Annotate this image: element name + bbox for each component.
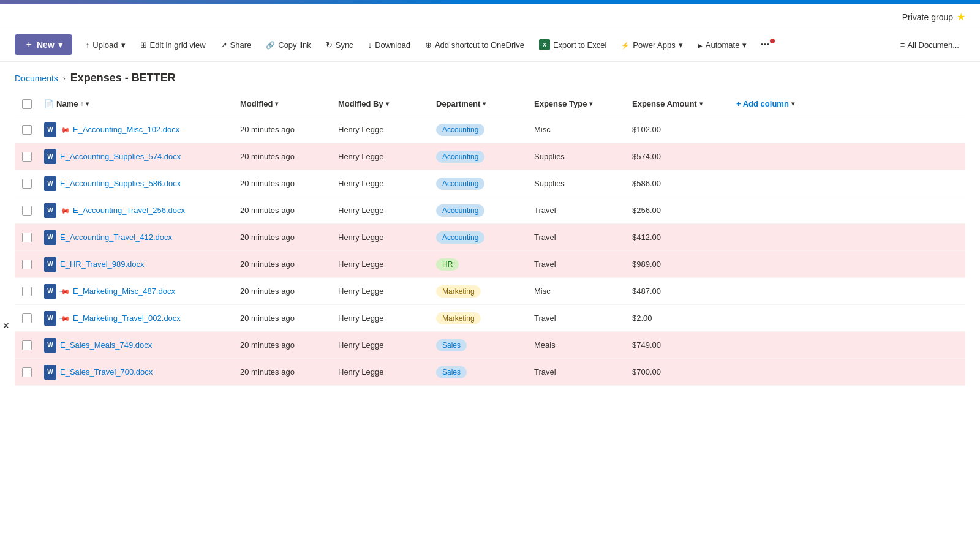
add-column-label[interactable]: + Add column [736, 99, 789, 108]
table-row[interactable]: 📌 E_Marketing_Travel_002.docx 20 minutes… [15, 305, 965, 332]
file-name-link[interactable]: E_Accounting_Travel_256.docx [73, 206, 185, 215]
expense-type-value: Travel [534, 233, 556, 242]
breadcrumb-parent[interactable]: Documents [15, 73, 58, 83]
share-button[interactable]: Share [214, 36, 258, 54]
table-row[interactable]: 📌 E_Accounting_Misc_102.docx 20 minutes … [15, 116, 965, 143]
select-all-checkbox[interactable] [22, 99, 32, 109]
modified-by-column-header[interactable]: Modified By ▾ [333, 97, 431, 111]
header-checkbox-cell [15, 99, 39, 109]
row-checkbox[interactable] [22, 206, 32, 216]
word-file-icon [44, 338, 56, 353]
word-file-icon [44, 230, 56, 245]
expense-type-cell: Supplies [529, 174, 627, 193]
share-icon [221, 40, 227, 50]
name-column-header[interactable]: 📄 Name ↑ ▾ [39, 97, 235, 111]
add-shortcut-button[interactable]: Add shortcut to OneDrive [419, 36, 530, 54]
table-row[interactable]: 📌 E_Marketing_Misc_487.docx 20 minutes a… [15, 278, 965, 305]
modified-cell: 20 minutes ago [235, 282, 333, 301]
table-row[interactable]: E_Accounting_Travel_412.docx 20 minutes … [15, 224, 965, 251]
power-apps-button[interactable]: Power Apps ▾ [615, 36, 688, 54]
row-checkbox-cell [15, 228, 39, 247]
file-name-link[interactable]: E_Marketing_Travel_002.docx [73, 313, 181, 323]
table-row[interactable]: 📌 E_Accounting_Travel_256.docx 20 minute… [15, 197, 965, 224]
expense-amount-value: $102.00 [632, 125, 661, 134]
row-checkbox[interactable] [22, 260, 32, 269]
row-checkbox[interactable] [22, 367, 32, 377]
row-checkbox[interactable] [22, 125, 32, 135]
expense-amount-value: $412.00 [632, 233, 661, 242]
file-name-link[interactable]: E_Marketing_Misc_487.docx [73, 287, 175, 296]
expense-amount-value: $749.00 [632, 340, 661, 350]
row-checkbox[interactable] [22, 152, 32, 162]
file-name-link[interactable]: E_Accounting_Supplies_586.docx [60, 179, 181, 188]
department-column-header[interactable]: Department ▾ [431, 97, 529, 111]
row-checkbox[interactable] [22, 287, 32, 296]
department-sort-icon: ▾ [483, 100, 486, 107]
modified-column-header[interactable]: Modified ▾ [235, 97, 333, 111]
copy-link-label: Copy link [278, 40, 311, 50]
file-name-cell: 📌 E_Marketing_Travel_002.docx [39, 306, 235, 331]
extra-cell [731, 287, 829, 296]
file-name-link[interactable]: E_HR_Travel_989.docx [60, 260, 145, 269]
sync-button[interactable]: Sync [320, 36, 360, 54]
upload-button[interactable]: Upload ▾ [80, 36, 132, 54]
modified-value: 20 minutes ago [240, 206, 295, 215]
star-icon[interactable]: ★ [957, 11, 965, 23]
all-documents-button[interactable]: ≡ All Documen... [894, 37, 965, 53]
file-name-cell: 📌 E_Accounting_Misc_102.docx [39, 118, 235, 142]
word-file-icon [44, 311, 56, 326]
row-checkbox[interactable] [22, 233, 32, 242]
file-name-link[interactable]: E_Accounting_Misc_102.docx [73, 125, 179, 134]
file-name-link[interactable]: E_Sales_Meals_749.docx [60, 340, 152, 350]
expense-amount-column-label: Expense Amount [632, 99, 697, 108]
table-row[interactable]: E_HR_Travel_989.docx 20 minutes ago Henr… [15, 251, 965, 278]
expense-type-cell: Meals [529, 335, 627, 354]
extra-cell [731, 367, 829, 377]
download-button[interactable]: Download [362, 36, 417, 54]
expense-amount-column-header[interactable]: Expense Amount ▾ [627, 97, 731, 111]
automate-label: Automate [706, 40, 740, 50]
row-checkbox-cell [15, 120, 39, 140]
department-cell: Accounting [431, 200, 529, 222]
export-excel-label: Export to Excel [553, 40, 606, 50]
table-row[interactable]: E_Sales_Meals_749.docx 20 minutes ago He… [15, 332, 965, 359]
new-label: New [37, 40, 55, 50]
modified-by-value: Henry Legge [338, 179, 383, 188]
notification-dot [770, 39, 775, 43]
table-row[interactable]: E_Sales_Travel_700.docx 20 minutes ago H… [15, 359, 965, 386]
department-cell: Accounting [431, 119, 529, 141]
table-row[interactable]: E_Accounting_Supplies_574.docx 20 minute… [15, 143, 965, 170]
file-name-link[interactable]: E_Accounting_Supplies_574.docx [60, 152, 181, 161]
download-label: Download [375, 40, 410, 50]
pin-icon: 📌 [58, 285, 71, 298]
expense-amount-value: $700.00 [632, 367, 661, 377]
name-column-label: Name [56, 99, 78, 108]
copy-link-button[interactable]: Copy link [260, 36, 317, 54]
new-button[interactable]: ＋ New ▾ [15, 34, 72, 55]
modified-cell: 20 minutes ago [235, 120, 333, 139]
department-cell: Marketing [431, 280, 529, 302]
expense-amount-sort-icon: ▾ [699, 100, 703, 107]
upload-icon [86, 40, 90, 50]
file-name-cell: E_Sales_Travel_700.docx [39, 360, 235, 384]
table-row[interactable]: E_Accounting_Supplies_586.docx 20 minute… [15, 170, 965, 197]
file-name-link[interactable]: E_Sales_Travel_700.docx [60, 367, 153, 377]
close-icon[interactable]: ✕ [2, 321, 10, 331]
word-file-icon [44, 257, 56, 272]
modified-column-label: Modified [240, 99, 273, 108]
expense-type-column-header[interactable]: Expense Type ▾ [529, 97, 627, 111]
expense-type-value: Supplies [534, 179, 565, 188]
row-checkbox[interactable] [22, 313, 32, 323]
modified-cell: 20 minutes ago [235, 228, 333, 247]
row-checkbox[interactable] [22, 340, 32, 350]
modified-value: 20 minutes ago [240, 125, 295, 134]
add-column-header[interactable]: + Add column ▾ [731, 97, 829, 111]
row-checkbox[interactable] [22, 179, 32, 189]
automate-button[interactable]: Automate ▾ [692, 36, 753, 54]
expense-type-cell: Misc [529, 282, 627, 301]
export-excel-button[interactable]: X Export to Excel [533, 35, 612, 54]
more-options-button[interactable]: ··· [755, 36, 780, 54]
edit-grid-button[interactable]: Edit in grid view [134, 36, 212, 54]
file-name-link[interactable]: E_Accounting_Travel_412.docx [60, 233, 172, 242]
upload-chevron-icon: ▾ [121, 40, 126, 50]
